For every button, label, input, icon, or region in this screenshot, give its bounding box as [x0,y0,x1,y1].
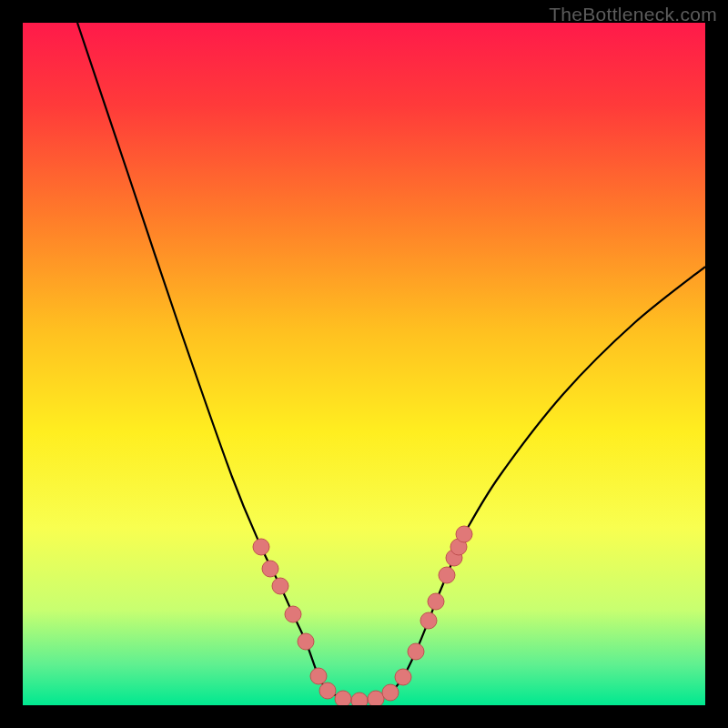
curve-marker [335,691,351,705]
curve-marker [395,669,411,685]
curve-marker [272,578,288,594]
curve-marker [382,684,399,701]
curve-marker [262,561,278,577]
plot-area [23,23,705,705]
bottleneck-curve [77,23,705,701]
curve-layer [23,23,705,705]
curve-marker [439,567,455,583]
curve-marker [428,593,444,610]
curve-marker [420,612,437,629]
curve-marker [456,526,472,542]
curve-marker [298,633,314,650]
curve-marker [253,539,269,555]
curve-marker [450,539,467,555]
curve-marker [408,643,424,660]
markers-layer [23,23,705,705]
curve-marker [368,691,384,705]
chart-frame: TheBottleneck.com [0,0,728,728]
curve-marker [319,682,336,699]
curve-marker [310,668,327,684]
curve-marker [446,550,462,566]
curve-marker [285,606,301,622]
curve-marker [351,693,368,705]
